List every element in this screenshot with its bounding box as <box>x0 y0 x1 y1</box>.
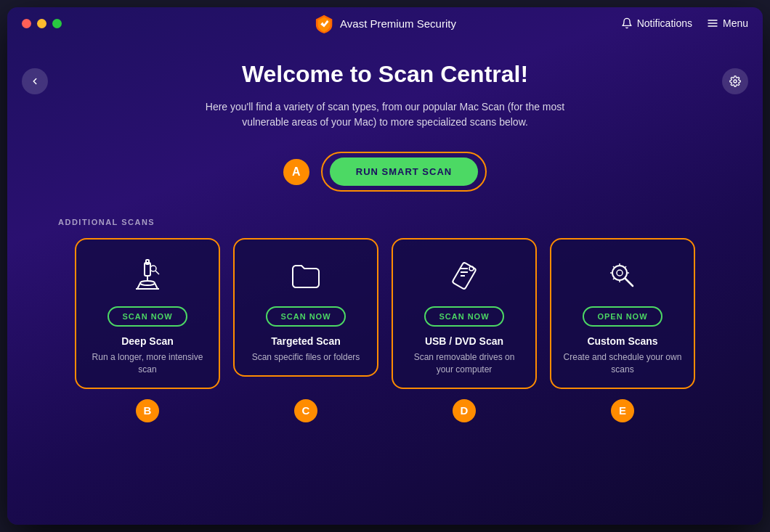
additional-scans-label: ADDITIONAL SCANS <box>58 218 155 226</box>
svg-line-27 <box>625 266 626 268</box>
hamburger-icon <box>707 17 718 29</box>
title-right: Notifications Menu <box>621 17 748 29</box>
svg-line-9 <box>155 283 158 289</box>
custom-scans-desc: Create and schedule your own scans <box>563 351 682 376</box>
main-content: Welcome to Scan Central! Here you'll fin… <box>7 39 763 525</box>
back-button[interactable] <box>22 68 48 94</box>
notifications-button[interactable]: Notifications <box>621 17 692 29</box>
usb-dvd-scan-title: USB / DVD Scan <box>425 335 503 347</box>
targeted-scan-card: SCAN NOW Targeted Scan Scan specific fil… <box>233 238 378 377</box>
microscope-icon <box>130 258 165 293</box>
custom-scans-card-wrapper: OPEN NOW Custom Scans Create and schedul… <box>550 238 695 389</box>
maximize-button[interactable] <box>52 19 62 28</box>
usb-dvd-scan-desc: Scan removable drives on your computer <box>405 351 524 376</box>
deep-scan-desc: Run a longer, more intensive scan <box>88 351 207 376</box>
custom-scan-gear-search-icon <box>605 258 640 293</box>
svg-line-8 <box>137 283 140 289</box>
usb-dvd-scan-card-wrapper: SCAN NOW USB / DVD Scan Scan removable d… <box>392 238 537 389</box>
chevron-left-icon <box>30 76 40 86</box>
badge-a: A <box>283 159 309 185</box>
menu-button[interactable]: Menu <box>707 17 748 29</box>
run-smart-scan-button[interactable]: RUN SMART SCAN <box>330 157 478 186</box>
svg-point-7 <box>140 281 155 285</box>
deep-scan-card-wrapper: SCAN NOW Deep Scan Run a longer, more in… <box>75 238 220 389</box>
usb-icon <box>447 258 482 293</box>
traffic-lights <box>22 19 62 28</box>
custom-scans-button[interactable]: OPEN NOW <box>583 306 662 327</box>
svg-point-3 <box>734 80 737 83</box>
svg-line-12 <box>155 271 159 274</box>
app-window: Avast Premium Security Notifications Men… <box>7 7 763 525</box>
scan-cards-row: SCAN NOW Deep Scan Run a longer, more in… <box>51 238 719 389</box>
deep-scan-button[interactable]: SCAN NOW <box>108 306 187 327</box>
badge-c: C <box>294 399 317 422</box>
svg-line-28 <box>613 278 615 279</box>
targeted-scan-desc: Scan specific files or folders <box>252 351 360 364</box>
minimize-button[interactable] <box>37 19 46 28</box>
smart-scan-oval: RUN SMART SCAN <box>321 152 487 192</box>
app-title-text: Avast Premium Security <box>340 17 456 30</box>
usb-dvd-scan-card: SCAN NOW USB / DVD Scan Scan removable d… <box>392 238 537 389</box>
usb-dvd-scan-icon <box>444 255 485 296</box>
smart-scan-row: A RUN SMART SCAN <box>283 152 487 192</box>
title-bar: Avast Premium Security Notifications Men… <box>7 7 763 39</box>
app-title-center: Avast Premium Security <box>314 13 456 33</box>
menu-label: Menu <box>723 17 748 29</box>
svg-point-11 <box>150 266 156 271</box>
usb-dvd-scan-button[interactable]: SCAN NOW <box>424 306 503 327</box>
svg-line-25 <box>613 266 615 268</box>
custom-scans-icon <box>602 255 643 296</box>
targeted-scan-card-wrapper: SCAN NOW Targeted Scan Scan specific fil… <box>233 238 378 389</box>
svg-line-19 <box>625 279 633 286</box>
targeted-scan-icon <box>285 255 326 296</box>
custom-scans-card: OPEN NOW Custom Scans Create and schedul… <box>550 238 695 389</box>
targeted-scan-button[interactable]: SCAN NOW <box>266 306 345 327</box>
settings-button[interactable] <box>722 68 748 94</box>
gear-icon <box>729 75 741 87</box>
avast-logo-icon <box>314 13 334 33</box>
page-subtitle: Here you'll find a variety of scan types… <box>182 99 588 130</box>
notifications-label: Notifications <box>637 17 692 29</box>
svg-point-20 <box>617 270 623 276</box>
deep-scan-title: Deep Scan <box>121 335 174 347</box>
badge-d: D <box>453 399 476 422</box>
deep-scan-icon <box>127 255 168 296</box>
targeted-scan-title: Targeted Scan <box>271 335 340 347</box>
close-button[interactable] <box>22 19 31 28</box>
bell-icon <box>621 17 633 29</box>
page-heading: Welcome to Scan Central! <box>242 61 528 88</box>
deep-scan-card: SCAN NOW Deep Scan Run a longer, more in… <box>75 238 220 389</box>
scan-cards-wrapper: SCAN NOW Deep Scan Run a longer, more in… <box>51 238 719 389</box>
custom-scans-title: Custom Scans <box>587 335 657 347</box>
badge-e: E <box>611 399 634 422</box>
badge-b: B <box>136 399 159 422</box>
folder-icon <box>288 258 323 293</box>
